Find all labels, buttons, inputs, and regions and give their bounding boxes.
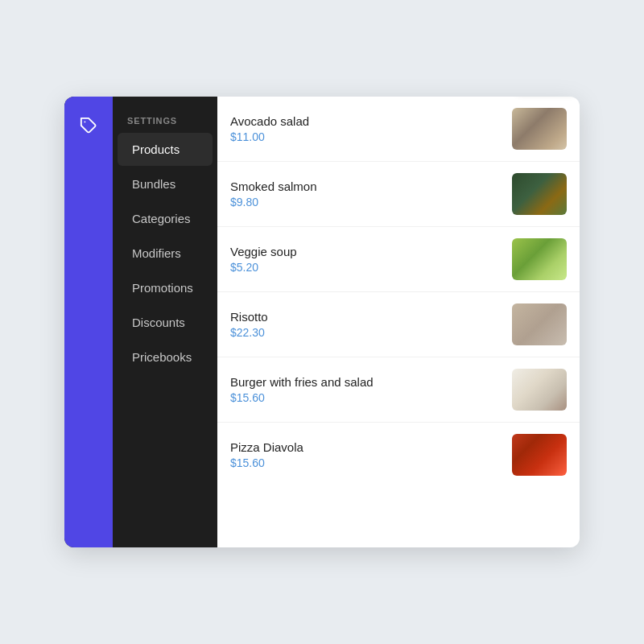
product-info: Avocado salad$11.00 — [230, 114, 309, 143]
sidebar: SETTINGS Products Bundles Categories Mod… — [64, 97, 217, 547]
sidebar-item-modifiers[interactable]: Modifiers — [118, 237, 213, 270]
product-image — [512, 238, 567, 280]
product-image — [512, 369, 567, 411]
main-content: + ADD EDIT Avocado salad$11.00Smoked sal… — [217, 97, 580, 547]
product-name: Pizza Diavola — [230, 440, 303, 454]
product-item[interactable]: Veggie soup$5.20 — [217, 227, 580, 292]
sidebar-item-bundles[interactable]: Bundles — [118, 167, 213, 200]
sidebar-item-pricebooks[interactable]: Pricebooks — [118, 341, 213, 374]
product-info: Burger with fries and salad$15.60 — [230, 375, 374, 404]
sidebar-nav: SETTINGS Products Bundles Categories Mod… — [113, 97, 217, 381]
product-name: Veggie soup — [230, 245, 297, 258]
product-price: $15.60 — [230, 391, 374, 404]
sidebar-item-categories[interactable]: Categories — [118, 202, 213, 235]
product-name: Avocado salad — [230, 114, 309, 128]
product-list: Avocado salad$11.00Smoked salmon$9.80Veg… — [217, 97, 580, 487]
sidebar-item-discounts[interactable]: Discounts — [118, 306, 213, 339]
sidebar-icon-bar — [64, 97, 113, 547]
product-item[interactable]: Smoked salmon$9.80 — [217, 162, 580, 227]
product-price: $15.60 — [230, 456, 303, 469]
product-item[interactable]: Pizza Diavola$15.60 — [217, 423, 580, 487]
product-price: $11.00 — [230, 130, 309, 143]
product-info: Smoked salmon$9.80 — [230, 180, 317, 208]
product-item[interactable]: Risotto$22.30 — [217, 292, 580, 357]
product-item[interactable]: Avocado salad$11.00 — [217, 97, 580, 162]
product-price: $22.30 — [230, 326, 268, 339]
product-info: Veggie soup$5.20 — [230, 245, 297, 274]
product-name: Burger with fries and salad — [230, 375, 374, 389]
product-info: Risotto$22.30 — [230, 310, 268, 339]
product-name: Smoked salmon — [230, 180, 317, 193]
product-info: Pizza Diavola$15.60 — [230, 440, 303, 469]
product-image — [512, 434, 567, 476]
app-container: SETTINGS Products Bundles Categories Mod… — [64, 97, 580, 547]
product-image — [512, 173, 567, 215]
tag-icon — [74, 111, 103, 140]
product-item[interactable]: Burger with fries and salad$15.60 — [217, 357, 580, 423]
product-name: Risotto — [230, 310, 268, 324]
product-price: $9.80 — [230, 196, 317, 208]
sidebar-item-products[interactable]: Products — [118, 133, 213, 166]
product-price: $5.20 — [230, 261, 297, 274]
sidebar-item-promotions[interactable]: Promotions — [118, 271, 213, 304]
product-image — [512, 303, 567, 345]
product-image — [512, 108, 567, 150]
settings-label: SETTINGS — [113, 103, 217, 132]
